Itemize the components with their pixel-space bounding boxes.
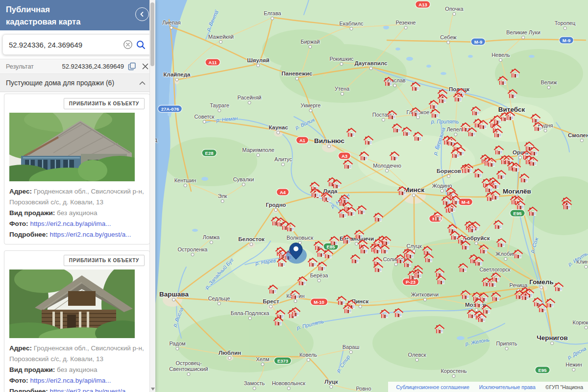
- house-for-sale-marker[interactable]: [411, 82, 421, 91]
- house-for-sale-marker[interactable]: [473, 169, 484, 178]
- collapse-sidebar-button[interactable]: [135, 7, 149, 21]
- house-for-sale-marker[interactable]: [461, 290, 471, 299]
- search-button[interactable]: [134, 38, 147, 51]
- house-for-sale-marker[interactable]: [387, 110, 397, 120]
- house-for-sale-marker[interactable]: [354, 230, 365, 239]
- location-pin-icon[interactable]: [289, 242, 303, 260]
- house-for-sale-marker[interactable]: [515, 200, 526, 210]
- house-for-sale-marker[interactable]: [393, 308, 404, 318]
- house-for-sale-marker[interactable]: [511, 163, 521, 172]
- house-for-sale-marker[interactable]: [384, 77, 394, 86]
- house-for-sale-marker[interactable]: [490, 191, 501, 200]
- house-for-sale-marker[interactable]: [277, 258, 287, 267]
- sidebar-scrollbar[interactable]: [149, 0, 155, 392]
- search-input[interactable]: [8, 40, 122, 49]
- house-for-sale-marker[interactable]: [346, 128, 357, 137]
- house-for-sale-marker[interactable]: [380, 309, 390, 318]
- house-for-sale-marker[interactable]: [554, 282, 564, 292]
- house-for-sale-marker[interactable]: [562, 200, 572, 210]
- house-for-sale-marker[interactable]: [343, 304, 353, 314]
- zoom-to-object-button[interactable]: ПРИБЛИЗИТЬ К ОБЪЕКТУ: [64, 255, 145, 266]
- house-for-sale-marker[interactable]: [430, 109, 441, 118]
- house-for-sale-marker[interactable]: [491, 272, 501, 282]
- house-for-sale-marker[interactable]: [332, 179, 342, 189]
- house-for-sale-marker[interactable]: [310, 188, 320, 197]
- house-for-sale-marker[interactable]: [380, 245, 390, 254]
- house-for-sale-marker[interactable]: [268, 285, 278, 294]
- house-for-sale-marker[interactable]: [424, 253, 434, 263]
- house-for-sale-marker[interactable]: [493, 220, 504, 229]
- house-for-sale-marker[interactable]: [397, 186, 408, 196]
- house-for-sale-marker[interactable]: [413, 132, 423, 141]
- house-for-sale-marker[interactable]: [477, 313, 487, 322]
- house-for-sale-marker[interactable]: [390, 151, 400, 161]
- details-link[interactable]: https://eri2.nca.by/guest/a...: [50, 231, 131, 238]
- house-for-sale-marker[interactable]: [464, 164, 474, 173]
- house-for-sale-marker[interactable]: [323, 249, 334, 259]
- house-for-sale-marker[interactable]: [338, 209, 348, 218]
- house-for-sale-marker[interactable]: [478, 120, 489, 129]
- house-for-sale-marker[interactable]: [273, 317, 284, 326]
- house-for-sale-marker[interactable]: [453, 93, 464, 102]
- house-for-sale-marker[interactable]: [474, 257, 484, 266]
- house-for-sale-marker[interactable]: [545, 298, 556, 308]
- house-for-sale-marker[interactable]: [528, 157, 539, 166]
- house-for-sale-marker[interactable]: [359, 151, 369, 161]
- house-for-sale-marker[interactable]: [405, 249, 416, 259]
- house-for-sale-marker[interactable]: [342, 235, 352, 244]
- house-for-sale-marker[interactable]: [496, 238, 507, 247]
- house-for-sale-marker[interactable]: [413, 269, 423, 278]
- house-for-sale-marker[interactable]: [505, 111, 515, 121]
- house-for-sale-marker[interactable]: [474, 298, 484, 308]
- house-for-sale-marker[interactable]: [479, 245, 489, 254]
- scrollbar-thumb[interactable]: [150, 2, 154, 66]
- house-for-sale-marker[interactable]: [411, 107, 421, 117]
- house-for-sale-marker[interactable]: [491, 292, 501, 301]
- house-for-sale-marker[interactable]: [317, 262, 327, 271]
- close-result-button[interactable]: [140, 61, 150, 72]
- house-for-sale-marker[interactable]: [329, 236, 340, 245]
- house-for-sale-marker[interactable]: [498, 76, 508, 85]
- house-for-sale-marker[interactable]: [533, 122, 543, 131]
- house-for-sale-marker[interactable]: [286, 222, 296, 232]
- clear-search-button[interactable]: [122, 38, 134, 51]
- house-for-sale-marker[interactable]: [343, 160, 353, 169]
- zoom-to-object-button[interactable]: ПРИБЛИЗИТЬ К ОБЪЕКТУ: [64, 98, 145, 109]
- house-for-sale-marker[interactable]: [373, 263, 384, 272]
- house-for-sale-marker[interactable]: [451, 149, 461, 158]
- house-for-sale-marker[interactable]: [519, 173, 530, 183]
- house-for-sale-marker[interactable]: [392, 123, 402, 133]
- details-link[interactable]: https://eri2.nca.by/guest/a...: [50, 388, 131, 392]
- house-for-sale-marker[interactable]: [435, 324, 445, 334]
- house-for-sale-marker[interactable]: [403, 258, 413, 268]
- house-for-sale-marker[interactable]: [467, 223, 477, 233]
- house-for-sale-marker[interactable]: [290, 290, 300, 299]
- house-for-sale-marker[interactable]: [467, 127, 477, 137]
- house-for-sale-marker[interactable]: [433, 212, 443, 221]
- attribution-rights-link[interactable]: Исключительные права: [479, 384, 536, 390]
- house-for-sale-marker[interactable]: [373, 213, 384, 222]
- house-for-sale-marker[interactable]: [520, 291, 531, 300]
- attribution-license-link[interactable]: Сублицензионное соглашение: [396, 384, 469, 390]
- house-for-sale-marker[interactable]: [436, 275, 446, 285]
- house-for-sale-marker[interactable]: [510, 69, 520, 78]
- house-for-sale-marker[interactable]: [493, 128, 503, 138]
- house-for-sale-marker[interactable]: [402, 127, 412, 136]
- house-for-sale-marker[interactable]: [447, 203, 457, 212]
- house-for-sale-marker[interactable]: [291, 307, 301, 317]
- photo-link[interactable]: https://eri2.nca.by/api/ima...: [30, 377, 111, 384]
- house-for-sale-marker[interactable]: [487, 158, 497, 167]
- house-for-sale-marker[interactable]: [513, 249, 523, 259]
- house-for-sale-marker[interactable]: [461, 241, 471, 250]
- house-for-sale-marker[interactable]: [350, 254, 361, 264]
- house-for-sale-marker[interactable]: [357, 205, 367, 215]
- house-for-sale-marker[interactable]: [494, 146, 504, 155]
- house-for-sale-marker[interactable]: [471, 106, 481, 116]
- house-for-sale-marker[interactable]: [308, 258, 318, 267]
- photo-link[interactable]: https://eri2.nca.by/api/ima...: [30, 220, 111, 227]
- house-for-sale-marker[interactable]: [458, 263, 468, 272]
- house-for-sale-marker[interactable]: [321, 192, 331, 201]
- house-for-sale-marker[interactable]: [297, 276, 308, 286]
- scroll-down-arrow-icon[interactable]: [151, 388, 155, 391]
- house-for-sale-marker[interactable]: [359, 245, 369, 254]
